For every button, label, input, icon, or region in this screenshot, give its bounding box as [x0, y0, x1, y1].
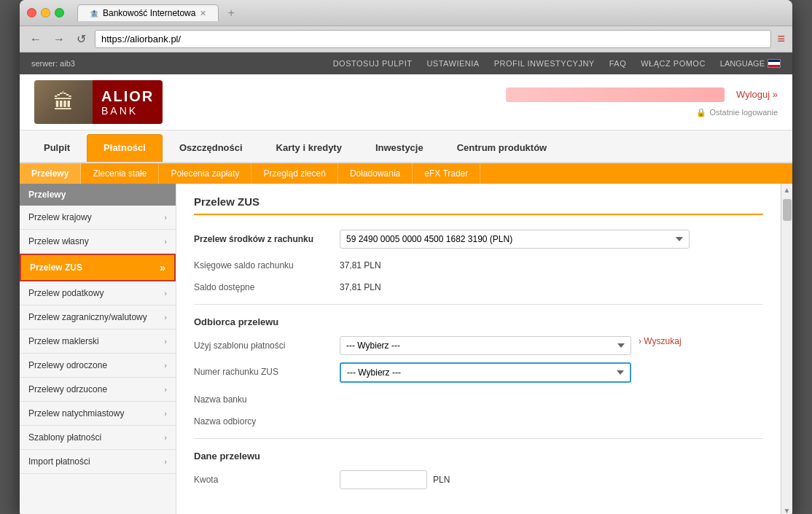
user-info-bar: Wyloguj » — [506, 87, 778, 102]
logo-icon: 🏛 — [53, 90, 74, 114]
flag-icon — [768, 59, 781, 68]
scrollbar[interactable]: ▲ ▼ — [781, 184, 792, 514]
sidebar: Przelewy Przelew krajowy › Przelew własn… — [20, 184, 176, 514]
arrow-icon-krajowy: › — [164, 213, 167, 222]
tab-favicon: 🏦 — [90, 9, 98, 17]
server-info: serwer: aib3 — [31, 59, 75, 68]
amount-input[interactable] — [340, 470, 427, 489]
balance-value: 37,81 PLN — [340, 256, 381, 270]
tab-platnosci[interactable]: Płatności — [87, 134, 163, 162]
browser-tab[interactable]: 🏦 Bankowość Internetowa ✕ — [77, 4, 219, 21]
subnav-zlecenia[interactable]: Zlecenia stałe — [81, 163, 159, 184]
sidebar-item-odroczone[interactable]: Przelewy odroczone › — [20, 354, 176, 378]
sidebar-item-wlasny[interactable]: Przelew własny › — [20, 230, 176, 254]
maximize-button[interactable] — [55, 8, 64, 17]
amount-input-row: PLN — [340, 470, 450, 489]
amount-label: Kwota — [194, 470, 340, 485]
subnav-przelewy[interactable]: Przelewy — [20, 163, 81, 184]
scroll-down-icon[interactable]: ▼ — [781, 505, 792, 514]
amount-row: Kwota PLN — [194, 470, 763, 494]
tab-close-icon[interactable]: ✕ — [200, 9, 206, 18]
sidebar-item-natychmiastowy[interactable]: Przelew natychmiastowy › — [20, 402, 176, 426]
currency-label: PLN — [433, 475, 450, 485]
sidebar-label-krajowy: Przelew krajowy — [28, 212, 92, 222]
refresh-button[interactable]: ↺ — [74, 31, 89, 47]
sidebar-label-maklerski: Przelew maklerski — [28, 336, 99, 346]
sidebar-item-zus[interactable]: Przelew ZUS » — [20, 254, 176, 281]
bank-logo: 🏛 ALIOR BANK — [34, 80, 163, 124]
template-label: Użyj szablonu płatności — [194, 336, 340, 351]
bank-name-row: Nazwa banku — [194, 390, 763, 405]
main-tabs: Pulpit Płatności Oszczędności Karty i kr… — [20, 131, 792, 163]
dostosuj-pulpit-link[interactable]: DOSTOSUJ PULPIT — [333, 59, 413, 68]
arrow-icon-podatkowy: › — [164, 289, 167, 297]
url-input[interactable] — [95, 30, 771, 48]
bank-name-label: Nazwa banku — [194, 390, 340, 405]
transfer-data-title: Dane przelewu — [194, 451, 763, 462]
logout-link[interactable]: Wyloguj » — [736, 89, 778, 100]
available-row: Saldo dostępne 37,81 PLN — [194, 278, 763, 292]
lock-icon: 🔒 — [696, 108, 706, 117]
scroll-up-icon[interactable]: ▲ — [781, 184, 792, 196]
bank-header: 🏛 ALIOR BANK Wyloguj » 🔒 Ostatnie logowa… — [20, 74, 792, 131]
subnav-przeglad[interactable]: Przegląd zleceń — [251, 163, 337, 184]
zus-account-select[interactable]: --- Wybierz --- — [340, 362, 631, 383]
sidebar-item-odrzucone[interactable]: Przelewy odrzucone › — [20, 378, 176, 402]
sidebar-item-zagraniczny[interactable]: Przelew zagraniczny/walutowy › — [20, 305, 176, 330]
back-button[interactable]: ← — [27, 31, 44, 47]
site-top-bar: serwer: aib3 DOSTOSUJ PULPIT USTAWIENIA … — [20, 52, 792, 74]
close-button[interactable] — [27, 8, 36, 17]
sidebar-label-import: Import płatności — [28, 456, 90, 467]
language-selector[interactable]: LANGUAGE — [720, 59, 781, 68]
ustawienia-link[interactable]: USTAWIENIA — [426, 59, 479, 68]
sidebar-item-podatkowy[interactable]: Przelew podatkowy › — [20, 281, 176, 305]
account-row: Przelew środków z rachunku 59 2490 0005 … — [194, 230, 763, 249]
user-name-blurred — [506, 87, 725, 102]
tab-inwestycje[interactable]: Inwestycje — [359, 134, 440, 162]
minimize-button[interactable] — [41, 8, 50, 17]
account-label: Przelew środków z rachunku — [194, 230, 340, 244]
available-value: 37,81 PLN — [340, 278, 381, 292]
scroll-thumb[interactable] — [783, 199, 792, 221]
last-login: 🔒 Ostatnie logowanie — [696, 108, 778, 117]
tab-pulpit[interactable]: Pulpit — [27, 134, 87, 162]
subnav-efx[interactable]: eFX Trader — [413, 163, 480, 184]
account-select[interactable]: 59 2490 0005 0000 4500 1682 3190 (PLN) — [340, 230, 690, 249]
sidebar-label-odrzucone: Przelewy odrzucone — [28, 384, 107, 394]
search-link[interactable]: Wyszukaj — [639, 336, 682, 346]
sidebar-label-wlasny: Przelew własny — [28, 236, 89, 246]
zus-account-row: Numer rachunku ZUS --- Wybierz --- — [194, 362, 763, 383]
browser-window: 🏦 Bankowość Internetowa ✕ + ← → ↺ ≡ serw… — [20, 0, 792, 514]
available-label: Saldo dostępne — [194, 278, 340, 292]
sidebar-label-podatkowy: Przelew podatkowy — [28, 288, 104, 298]
tab-centrum[interactable]: Centrum produktów — [440, 134, 564, 162]
arrow-icon-odrzucone: › — [164, 385, 167, 394]
sidebar-item-maklerski[interactable]: Przelew maklerski › — [20, 330, 176, 354]
header-right: Wyloguj » 🔒 Ostatnie logowanie — [506, 87, 778, 117]
faq-link[interactable]: FAQ — [609, 59, 627, 68]
profil-inwestycyjny-link[interactable]: PROFIL INWESTYCYJNY — [494, 59, 595, 68]
template-select[interactable]: --- Wybierz --- — [340, 336, 631, 355]
tab-oszczednosci[interactable]: Oszczędności — [163, 134, 259, 162]
arrow-icon-natychmiastowy: › — [164, 409, 167, 418]
sidebar-label-zagraniczny: Przelew zagraniczny/walutowy — [28, 312, 147, 322]
wlacz-pomoc-link[interactable]: WŁĄCZ POMOC — [641, 59, 706, 68]
forward-button[interactable]: → — [50, 31, 68, 47]
arrow-icon-zagraniczny: › — [164, 313, 167, 322]
sidebar-item-szablony[interactable]: Szablony płatności › — [20, 426, 176, 450]
sidebar-item-krajowy[interactable]: Przelew krajowy › — [20, 206, 176, 230]
subnav-doladowania[interactable]: Doładowania — [338, 163, 413, 184]
site-content: serwer: aib3 DOSTOSUJ PULPIT USTAWIENIA … — [20, 52, 792, 514]
section-divider-2 — [194, 438, 763, 439]
browser-menu-icon[interactable]: ≡ — [777, 31, 785, 47]
tab-karty[interactable]: Karty i kredyty — [259, 134, 359, 162]
top-navigation: DOSTOSUJ PULPIT USTAWIENIA PROFIL INWEST… — [333, 59, 781, 68]
sidebar-label-szablony: Szablony płatności — [28, 432, 101, 443]
subnav-polecenia[interactable]: Polecenia zapłaty — [159, 163, 251, 184]
template-row: Użyj szablonu płatności --- Wybierz --- … — [194, 336, 763, 355]
sidebar-item-import[interactable]: Import płatności › — [20, 450, 176, 474]
brand-sub: BANK — [101, 105, 154, 117]
transfer-data-section: Dane przelewu Kwota PLN — [194, 451, 763, 494]
new-tab-button[interactable]: + — [222, 5, 240, 21]
balance-row: Księgowe saldo rachunku 37,81 PLN — [194, 256, 763, 270]
